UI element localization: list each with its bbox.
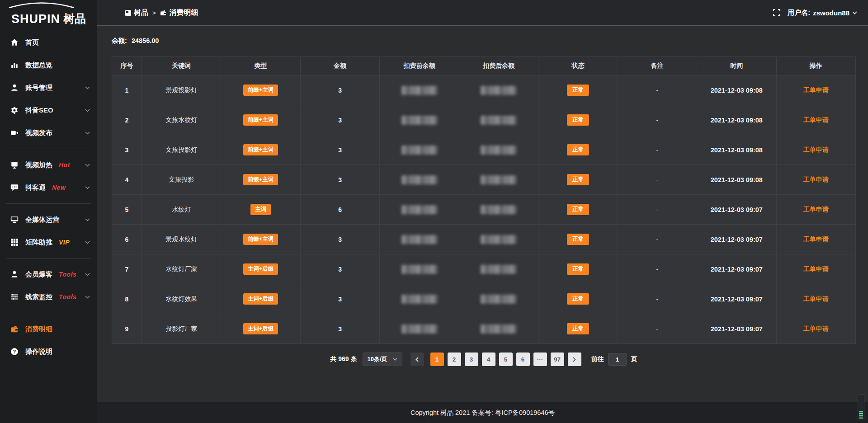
page-button-2[interactable]: 2 [448, 352, 461, 366]
table-row: 8水纹灯效果主词+后缀3正常-2021-12-03 09:07工单申请 [112, 284, 855, 314]
work-order-link[interactable]: 工单申请 [803, 176, 829, 184]
fullscreen-icon[interactable] [773, 9, 780, 16]
status-cell: 正常 [538, 165, 618, 194]
sidebar-item-chat[interactable]: 抖客通New [0, 179, 97, 197]
sidebar-item-label: 视频加热 [25, 161, 52, 169]
balance-before-cell [380, 195, 459, 224]
sidebar-item-label: 账号管理 [25, 84, 52, 92]
page-size-select[interactable]: 10条/页 [363, 352, 402, 366]
row-index-cell: 5 [112, 195, 142, 224]
sidebar-divider [6, 258, 91, 258]
user-dropdown[interactable]: 用户名: zswodun88 [788, 9, 857, 17]
remark-text: - [656, 87, 659, 94]
pagination: 共 969 条 10条/页 123456···97 前往 1 页 [112, 352, 856, 366]
balance-before-cell [380, 165, 459, 194]
page-button-97[interactable]: 97 [551, 352, 564, 366]
time-text: 2021-12-03 09:07 [711, 206, 763, 213]
table-row: 3文旅投影灯前缀+主词3正常-2021-12-03 09:08工单申请 [112, 135, 855, 164]
sidebar-item-bar-chart[interactable]: 数据总览 [0, 56, 97, 74]
type-cell: 前缀+主词 [221, 75, 300, 105]
balance-label: 余额: [112, 37, 127, 44]
sidebar-item-gear[interactable]: 抖音SEO [0, 101, 97, 119]
column-header: 扣费后余额 [459, 57, 538, 75]
remark-text: - [656, 146, 659, 154]
sidebar-item-member[interactable]: 会员爆客Tools [0, 265, 97, 283]
sidebar-item-user[interactable]: 账号管理 [0, 79, 97, 97]
page-button-3[interactable]: 3 [465, 352, 478, 366]
sidebar-item-monitor[interactable]: 全媒体运营 [0, 211, 97, 229]
time-cell: 2021-12-03 09:08 [697, 165, 776, 194]
sidebar-item-label: 操作说明 [25, 348, 52, 356]
goto-page-input[interactable]: 1 [608, 353, 627, 366]
status-cell: 正常 [538, 75, 618, 105]
masked-value [481, 116, 517, 125]
page-button-1[interactable]: 1 [430, 352, 444, 366]
breadcrumb-item-current[interactable]: 消费明细 [160, 8, 198, 18]
row-index-cell: 1 [112, 75, 142, 105]
page-button-5[interactable]: 5 [499, 352, 513, 366]
breadcrumb-item-home[interactable]: 树品 [125, 8, 148, 18]
keyword-text: 文旅投影灯 [165, 146, 197, 154]
sidebar-item-sliders[interactable]: 线索监控Tools [0, 288, 97, 306]
prev-page-button[interactable] [410, 352, 424, 366]
gear-icon [10, 106, 19, 115]
row-index: 2 [125, 117, 129, 124]
sidebar-item-video[interactable]: 视频发布 [0, 124, 97, 142]
type-badge: 主词+后缀 [243, 263, 278, 275]
work-order-link[interactable]: 工单申请 [803, 86, 829, 94]
app-logo[interactable]: SHUPIN 树品 [0, 0, 97, 26]
sidebar-divider [6, 313, 91, 313]
next-page-button[interactable] [568, 352, 581, 366]
table-row: 7水纹灯厂家主词+后缀3正常-2021-12-03 09:07工单申请 [112, 254, 855, 284]
remark-cell: - [618, 165, 697, 194]
chevron-down-icon [85, 186, 90, 189]
row-index-cell: 7 [112, 254, 142, 284]
work-order-link[interactable]: 工单申请 [803, 116, 829, 124]
type-cell: 前缀+主词 [221, 135, 300, 164]
time-text: 2021-12-03 09:08 [711, 176, 763, 183]
status-cell: 正常 [538, 314, 618, 343]
page-buttons: 123456···97 [430, 352, 564, 366]
table-body: 1景观投影灯前缀+主词3正常-2021-12-03 09:08工单申请2文旅水纹… [112, 75, 855, 343]
masked-value [401, 175, 438, 184]
sidebar-item-question[interactable]: ?操作说明 [0, 343, 97, 361]
page-button-4[interactable]: 4 [482, 352, 495, 366]
work-order-link[interactable]: 工单申请 [803, 206, 829, 214]
status-badge: 正常 [567, 204, 589, 215]
more-pages-button[interactable]: ··· [533, 352, 547, 366]
work-order-link[interactable]: 工单申请 [803, 325, 829, 333]
status-cell: 正常 [538, 284, 618, 314]
sidebar-item-grid[interactable]: 矩阵助推VIP [0, 233, 97, 251]
time-cell: 2021-12-03 09:08 [697, 135, 776, 164]
wallet-icon [10, 324, 19, 334]
time-text: 2021-12-03 09:07 [711, 266, 763, 273]
page-button-6[interactable]: 6 [516, 352, 530, 366]
column-header: 备注 [618, 57, 697, 75]
sidebar-divider [6, 203, 91, 204]
breadcrumb-label: 树品 [134, 8, 148, 18]
scrollbar-widget[interactable] [858, 394, 864, 420]
status-badge: 正常 [567, 293, 589, 305]
work-order-link[interactable]: 工单申请 [803, 235, 829, 244]
balance-before-cell [380, 254, 459, 284]
type-badge: 主词+后缀 [243, 293, 278, 305]
question-icon: ? [10, 347, 19, 356]
sidebar-item-screen[interactable]: 视频加热Hot [0, 156, 97, 174]
work-order-link[interactable]: 工单申请 [803, 265, 829, 273]
column-header: 类型 [221, 57, 300, 75]
amount-cell: 3 [301, 284, 380, 314]
remark-text: - [656, 117, 659, 124]
keyword-cell: 水纹灯厂家 [142, 254, 221, 284]
balance-after-cell [459, 165, 538, 194]
time-text: 2021-12-03 09:08 [711, 117, 763, 124]
row-index: 5 [125, 206, 129, 213]
column-header: 操作 [777, 57, 855, 75]
sidebar-item-wallet[interactable]: 消费明细 [0, 320, 97, 338]
type-cell: 主词 [221, 195, 300, 224]
breadcrumb-separator: > [152, 9, 156, 16]
sidebar-item-home[interactable]: 首页 [0, 33, 97, 52]
work-order-link[interactable]: 工单申请 [803, 295, 829, 303]
work-order-link[interactable]: 工单申请 [803, 146, 829, 154]
masked-value [481, 175, 517, 184]
home-icon [10, 38, 19, 47]
